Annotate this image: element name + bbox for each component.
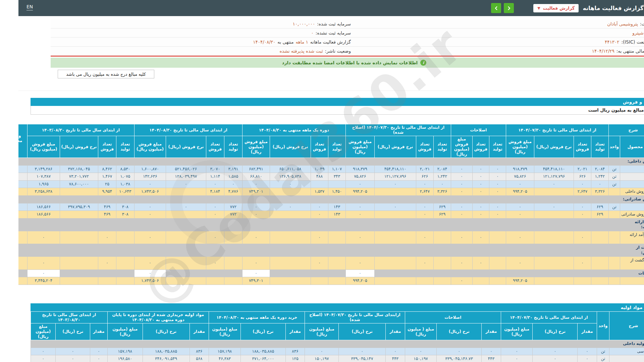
data-cell: [171, 340, 191, 348]
data-cell: [471, 218, 487, 231]
data-cell: ۱۸۶,۵۶۶: [9, 211, 41, 219]
data-cell: [98, 195, 116, 203]
data-cell: ۸۳۶: [171, 348, 191, 355]
data-cell: تولید: [0, 165, 9, 173]
data-cell: ۲۵: [79, 180, 98, 188]
data-cell: ۱,۷۴۳,۵۰۶: [116, 188, 147, 196]
data-cell: [356, 188, 397, 196]
data-cell: [79, 269, 98, 277]
data-cell: ۰: [37, 355, 72, 362]
data-cell: ۳۳۹,۰۴۵,۱۴۷: [320, 355, 367, 362]
data-cell: [187, 269, 206, 277]
previous-report-button[interactable]: [473, 3, 483, 13]
data-cell: ۶۲۹: [573, 203, 590, 211]
data-cell: [415, 269, 432, 277]
data-cell: [251, 158, 292, 166]
data-cell: [0, 211, 9, 219]
column-header: نرخ فروش (ریال): [251, 136, 292, 158]
data-cell: ۰: [487, 180, 516, 188]
data-cell: [206, 277, 224, 285]
data-cell: ۰: [432, 257, 454, 269]
data-cell: [356, 244, 397, 257]
table-row: جمع درآمد ارائه خدمات۰۰۰۰۰۰۰۰۰۰۰۰: [0, 231, 639, 244]
data-cell: ۰: [79, 257, 98, 269]
data-cell: [516, 188, 555, 196]
data-cell: [432, 195, 454, 203]
data-cell: [590, 257, 601, 269]
data-cell: [454, 195, 471, 203]
data-cell: ۰: [187, 257, 206, 269]
data-cell: [206, 269, 224, 277]
data-cell: ۰: [116, 257, 147, 269]
data-cell: تن: [590, 165, 601, 173]
data-cell: [292, 158, 310, 166]
data-cell: ۶۲۹: [415, 203, 432, 211]
report-period-value: ۱ ماهه: [277, 39, 289, 45]
data-cell: ۰: [471, 211, 487, 219]
data-cell: ۰: [432, 277, 454, 285]
data-cell: [187, 195, 206, 203]
data-cell: [573, 277, 590, 285]
data-cell: [0, 231, 9, 244]
column-header: تعداد تولید: [310, 136, 327, 158]
data-cell: [79, 277, 98, 285]
data-cell: [555, 269, 573, 277]
column-header: مبلغ فروش (میلیون ریال): [487, 136, 516, 158]
column-header: نرخ (ریال): [124, 323, 171, 340]
data-cell: ۳,۱۹۱: [206, 165, 224, 173]
data-cell: [590, 158, 601, 166]
language-toggle-en[interactable]: EN: [8, 4, 14, 10]
data-cell: [310, 257, 327, 269]
column-header: مقدار: [559, 323, 579, 340]
data-cell: ۰: [116, 269, 147, 277]
data-cell: [590, 277, 601, 285]
data-cell: [397, 244, 415, 257]
data-cell: [251, 231, 292, 244]
data-cell: [578, 340, 591, 348]
data-cell: [292, 218, 310, 231]
data-cell: [267, 340, 286, 348]
chevron-down-icon: ▼: [519, 6, 522, 10]
data-cell: ۱۵۰,۱۹۷: [286, 355, 320, 362]
data-cell: ۲,۰۸۴: [573, 165, 590, 173]
data-cell: ۱۸۸,۰۳۵,۸۸۵: [124, 348, 171, 355]
table-row: فروش صادراتی:: [0, 195, 639, 203]
report-type-dropdown[interactable]: گزارش فعالیت ▼: [515, 4, 560, 12]
data-cell: [432, 218, 454, 231]
data-cell: [397, 218, 415, 231]
data-cell: ۹,۹۵۴: [79, 188, 98, 196]
data-cell: تولید: [0, 203, 9, 211]
data-cell: ۰: [9, 231, 41, 244]
next-report-button[interactable]: [485, 3, 495, 13]
data-cell: ۱,۴۵۰: [310, 188, 327, 196]
data-cell: ۰: [37, 348, 72, 355]
company-name-label: شرکت:: [622, 21, 636, 26]
data-cell: ۰: [418, 348, 463, 355]
data-cell: [471, 269, 487, 277]
signed-data-banner-text: اطلاعات نمایش داده شده با اطلاعات امضا ش…: [264, 60, 399, 65]
data-cell: ۰: [487, 203, 516, 211]
data-cell: [573, 218, 590, 231]
data-cell: [514, 340, 559, 348]
data-cell: [516, 244, 555, 257]
data-cell: [516, 269, 555, 277]
data-cell: ۷۵,۸۲۶: [487, 173, 516, 181]
data-cell: ۴۴۳: [463, 355, 483, 362]
data-cell: ۱۴۳: [310, 211, 327, 219]
data-cell: ۳,۴۴۵,۲۰۴: [9, 277, 41, 285]
column-header: تعداد فروش: [292, 136, 310, 158]
data-cell: [124, 340, 171, 348]
data-cell: ۶۵۰,۶۱۱,۰۵۸: [251, 165, 292, 173]
table-row: فروش داخلی:: [0, 158, 639, 166]
data-cell: [292, 244, 310, 257]
data-cell: [516, 257, 555, 269]
data-cell: [397, 195, 415, 203]
data-cell: [454, 269, 471, 277]
column-group-header: شرح: [590, 124, 639, 136]
data-cell: [191, 340, 222, 348]
column-group-header: از ابتدای سال مالی تا تاریخ ۱۴۰۴/۰۷/۳۰: [487, 124, 590, 136]
data-cell: ۳۴۶,۰۹۱,۵۴۹: [124, 355, 171, 362]
column-header: مبلغ فروش (میلیون ریال): [224, 136, 251, 158]
data-cell: [590, 269, 601, 277]
data-cell: [9, 158, 41, 166]
